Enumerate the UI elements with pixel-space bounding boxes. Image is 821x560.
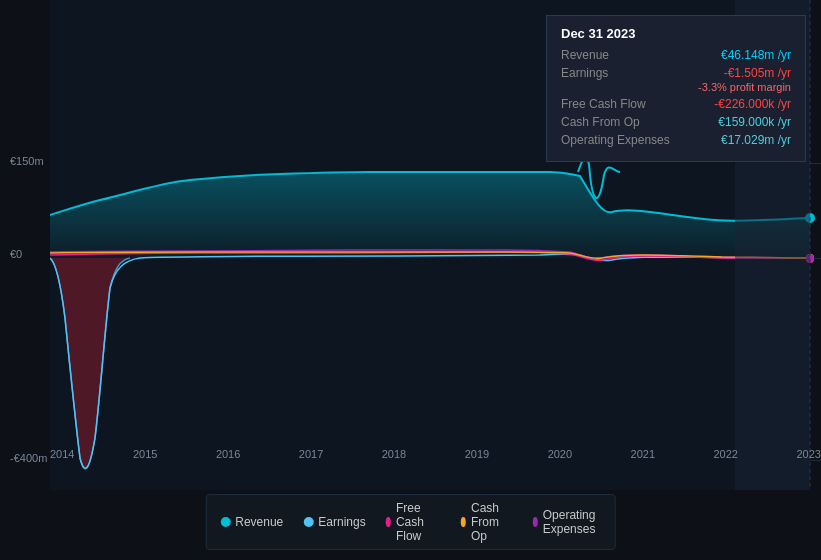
- legend-fcf[interactable]: Free Cash Flow: [386, 501, 441, 543]
- earnings-sub: -3.3% profit margin: [561, 81, 791, 93]
- x-label-2016: 2016: [216, 448, 240, 460]
- legend-label-fcf: Free Cash Flow: [396, 501, 441, 543]
- x-label-2022: 2022: [714, 448, 738, 460]
- x-label-2021: 2021: [631, 448, 655, 460]
- legend-label-cfo: Cash From Op: [471, 501, 512, 543]
- revenue-label: Revenue: [561, 48, 609, 62]
- fcf-value: -€226.000k /yr: [714, 97, 791, 111]
- opex-value: €17.029m /yr: [721, 133, 791, 147]
- earnings-label: Earnings: [561, 66, 608, 80]
- legend-cfo[interactable]: Cash From Op: [461, 501, 513, 543]
- tooltip-fcf-row: Free Cash Flow -€226.000k /yr: [561, 97, 791, 111]
- earnings-value: -€1.505m /yr: [724, 66, 791, 80]
- revenue-value: €46.148m /yr: [721, 48, 791, 62]
- x-label-2015: 2015: [133, 448, 157, 460]
- tooltip-panel: Dec 31 2023 Revenue €46.148m /yr Earning…: [546, 15, 806, 162]
- x-label-2014: 2014: [50, 448, 74, 460]
- cfo-value: €159.000k /yr: [718, 115, 791, 129]
- legend-label-revenue: Revenue: [235, 515, 283, 529]
- x-label-2019: 2019: [465, 448, 489, 460]
- x-label-2023: 2023: [796, 448, 820, 460]
- tooltip-earnings-row: Earnings -€1.505m /yr: [561, 66, 791, 80]
- legend-earnings[interactable]: Earnings: [303, 515, 365, 529]
- x-label-2018: 2018: [382, 448, 406, 460]
- legend-dot-earnings: [303, 517, 313, 527]
- cfo-label: Cash From Op: [561, 115, 640, 129]
- legend-label-opex: Operating Expenses: [543, 508, 601, 536]
- tooltip-date: Dec 31 2023: [561, 26, 791, 41]
- tooltip-revenue-row: Revenue €46.148m /yr: [561, 48, 791, 62]
- x-labels-row: 2014 2015 2016 2017 2018 2019 2020 2021 …: [50, 448, 821, 460]
- x-label-2020: 2020: [548, 448, 572, 460]
- tooltip-opex-row: Operating Expenses €17.029m /yr: [561, 133, 791, 147]
- legend-label-earnings: Earnings: [318, 515, 365, 529]
- opex-label: Operating Expenses: [561, 133, 670, 147]
- x-label-2017: 2017: [299, 448, 323, 460]
- legend-dot-opex: [532, 517, 537, 527]
- chart-legend: Revenue Earnings Free Cash Flow Cash Fro…: [205, 494, 616, 550]
- legend-revenue[interactable]: Revenue: [220, 515, 283, 529]
- fcf-label: Free Cash Flow: [561, 97, 646, 111]
- tooltip-cfo-row: Cash From Op €159.000k /yr: [561, 115, 791, 129]
- legend-dot-fcf: [386, 517, 391, 527]
- legend-dot-cfo: [461, 517, 466, 527]
- legend-opex[interactable]: Operating Expenses: [532, 508, 600, 536]
- legend-dot-revenue: [220, 517, 230, 527]
